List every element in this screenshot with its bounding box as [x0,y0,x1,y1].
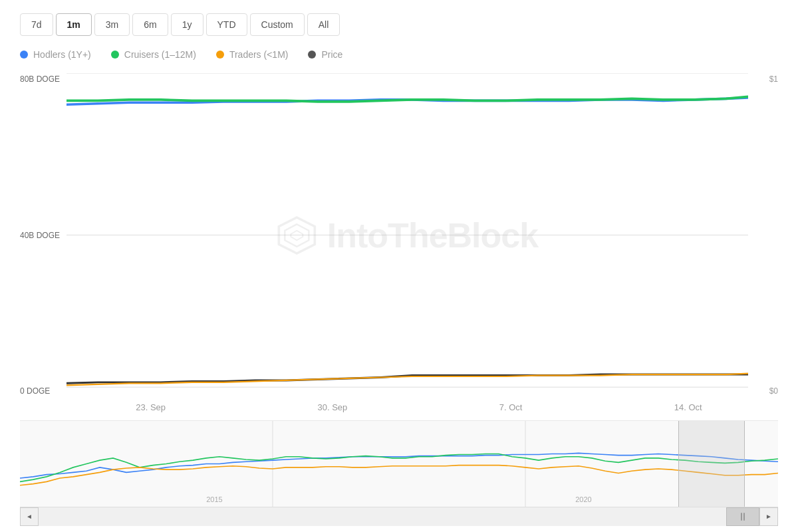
main-chart: 80B DOGE 40B DOGE 0 DOGE $1 $0 [20,73,778,397]
grip-line-1 [741,513,742,521]
mini-chart-svg [20,421,778,507]
x-label-23sep: 23. Sep [136,402,166,412]
mini-year-labels: 2015 2020 [20,495,778,503]
mini-chart-inner: 2015 2020 [20,421,778,507]
traders-dot [216,51,224,59]
y-label-0: 0 DOGE [20,386,66,396]
main-container: 7d 1m 3m 6m 1y YTD Custom All Hodlers (1… [0,0,798,532]
x-axis: 23. Sep 30. Sep 7. Oct 14. Oct [20,397,778,418]
scroll-grip [741,513,745,521]
legend-hodlers: Hodlers (1Y+) [20,49,91,60]
y-axis-right: $1 $0 [751,73,778,397]
chart-plot-area: IntoTheBlock [66,73,748,397]
btn-all[interactable]: All [307,13,340,36]
hodlers-dot [20,51,28,59]
x-label-14oct: 14. Oct [674,402,702,412]
scroll-left-btn[interactable]: ◄ [20,507,39,526]
chart-lines-svg [66,73,748,397]
btn-1m[interactable]: 1m [56,13,92,36]
left-arrow-icon: ◄ [26,513,33,520]
mini-year-2015: 2015 [206,495,222,503]
btn-ytd[interactable]: YTD [206,13,247,36]
scroll-right-btn[interactable]: ► [759,507,778,526]
y-label-1usd: $1 [769,74,778,84]
y-label-40b: 40B DOGE [20,231,66,240]
price-label: Price [321,49,342,60]
x-label-7oct: 7. Oct [499,402,523,412]
traders-label: Traders (<1M) [229,49,289,60]
btn-3m[interactable]: 3m [94,13,130,36]
svg-rect-6 [20,421,778,507]
mini-year-2020: 2020 [575,495,591,503]
hodlers-label: Hodlers (1Y+) [33,49,91,60]
btn-7d[interactable]: 7d [20,13,53,36]
btn-1y[interactable]: 1y [171,13,203,36]
y-label-0usd: $0 [769,386,778,396]
scrollbar: ◄ ► [20,507,778,525]
btn-6m[interactable]: 6m [132,13,168,36]
grip-line-2 [743,513,745,521]
btn-custom[interactable]: Custom [250,13,305,36]
cruisers-dot [111,51,119,59]
time-range-buttons: 7d 1m 3m 6m 1y YTD Custom All [20,13,778,36]
cruisers-label: Cruisers (1–12M) [124,49,196,60]
legend-price: Price [308,49,342,60]
chart-svg-area: 80B DOGE 40B DOGE 0 DOGE $1 $0 [20,73,778,397]
x-label-30sep: 30. Sep [317,402,347,412]
scroll-thumb[interactable] [726,507,759,526]
legend-traders: Traders (<1M) [216,49,289,60]
scroll-track[interactable] [39,507,759,526]
right-arrow-icon: ► [765,513,772,520]
chart-legend: Hodlers (1Y+) Cruisers (1–12M) Traders (… [20,49,778,60]
y-axis-left: 80B DOGE 40B DOGE 0 DOGE [20,73,66,397]
mini-chart: 2015 2020 [20,420,778,507]
mini-chart-selection[interactable] [678,421,745,507]
price-dot [308,51,316,59]
y-label-80b: 80B DOGE [20,74,66,84]
legend-cruisers: Cruisers (1–12M) [111,49,196,60]
